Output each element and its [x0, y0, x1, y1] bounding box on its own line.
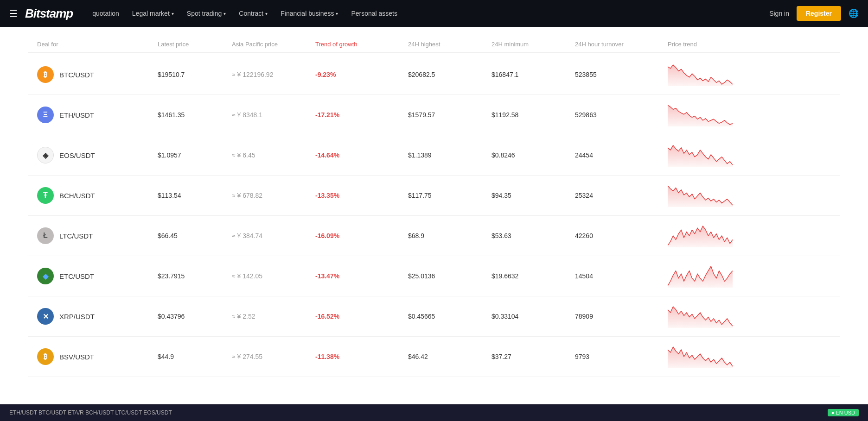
price-trend-chart [668, 264, 831, 288]
turnover: 14504 [575, 272, 668, 280]
price-trend-chart [668, 305, 831, 328]
table-row[interactable]: ✕ XRP/USDT $0.43796 ≈ ¥ 2.52 -16.52% $0.… [28, 296, 840, 337]
logo: Bitstamp [25, 6, 73, 21]
coin-cell: Ŧ BCH/USDT [37, 187, 158, 204]
coin-cell: Ł LTC/USDT [37, 227, 158, 244]
trend-value: -13.47% [315, 272, 408, 280]
24h-high: $117.75 [408, 192, 491, 199]
trend-value: -9.23% [315, 71, 408, 78]
signin-button[interactable]: Sign in [769, 10, 789, 17]
24h-high: $1579.57 [408, 111, 491, 119]
col-24h-high: 24H highest [408, 41, 491, 48]
24h-low: $16847.1 [491, 71, 575, 78]
table-row[interactable]: ◆ ETC/USDT $23.7915 ≈ ¥ 142.05 -13.47% $… [28, 256, 840, 296]
coin-name: EOS/USDT [59, 151, 95, 159]
coin-cell: ✕ XRP/USDT [37, 308, 158, 325]
coin-name: BCH/USDT [59, 192, 95, 200]
asia-price: ≈ ¥ 274.55 [232, 353, 315, 360]
market-table: Deal for Latest price Asia Pacific price… [28, 36, 840, 377]
col-turnover: 24H hour turnover [575, 41, 668, 48]
table-body: ₿ BTC/USDT $19510.7 ≈ ¥ 122196.92 -9.23%… [28, 55, 840, 377]
coin-name: ETH/USDT [59, 111, 94, 119]
asia-price: ≈ ¥ 8348.1 [232, 111, 315, 119]
header-actions: Sign in Register 🌐 [769, 6, 859, 21]
col-price-trend: Price trend [668, 41, 831, 48]
chevron-down-icon: ▾ [265, 11, 268, 16]
trend-value: -11.38% [315, 353, 408, 360]
latest-price: $0.43796 [158, 313, 232, 320]
coin-icon-ltc: Ł [37, 227, 54, 244]
latest-price: $1461.35 [158, 111, 232, 119]
asia-price: ≈ ¥ 142.05 [232, 272, 315, 280]
coin-cell: ◆ ETC/USDT [37, 268, 158, 284]
table-row[interactable]: Ŧ BCH/USDT $113.54 ≈ ¥ 678.82 -13.35% $1… [28, 176, 840, 216]
24h-low: $37.27 [491, 353, 575, 360]
24h-high: $46.42 [408, 353, 491, 360]
24h-high: $1.1389 [408, 151, 491, 159]
coin-icon-btc: ₿ [37, 66, 54, 83]
coin-icon-xrp: ✕ [37, 308, 54, 325]
menu-icon[interactable]: ☰ [9, 8, 18, 19]
main-nav: quotation Legal market ▾ Spot trading ▾ … [87, 6, 769, 21]
coin-cell: ₿ BSV/USDT [37, 348, 158, 365]
coin-cell: ₿ BTC/USDT [37, 66, 158, 83]
coin-icon-eos: ◈ [37, 147, 54, 163]
24h-high: $0.45665 [408, 313, 491, 320]
register-button[interactable]: Register [797, 6, 841, 21]
table-row[interactable]: ◈ EOS/USDT $1.0957 ≈ ¥ 6.45 -14.64% $1.1… [28, 135, 840, 176]
price-trend-chart [668, 184, 831, 207]
coin-icon-bch: Ŧ [37, 187, 54, 204]
table-row[interactable]: ₿ BSV/USDT $44.9 ≈ ¥ 274.55 -11.38% $46.… [28, 337, 840, 377]
trend-value: -16.52% [315, 313, 408, 320]
table-header: Deal for Latest price Asia Pacific price… [28, 36, 840, 53]
24h-low: $1192.58 [491, 111, 575, 119]
turnover: 523855 [575, 71, 668, 78]
coin-icon-bsv: ₿ [37, 348, 54, 365]
price-trend-chart [668, 345, 831, 368]
table-row[interactable]: Ł LTC/USDT $66.45 ≈ ¥ 384.74 -16.09% $68… [28, 216, 840, 256]
col-trend: Trend of growth [315, 41, 408, 48]
price-trend-chart [668, 144, 831, 167]
chevron-down-icon: ▾ [223, 11, 226, 16]
price-trend-chart [668, 224, 831, 247]
trend-value: -17.21% [315, 111, 408, 119]
coin-name: BTC/USDT [59, 71, 94, 79]
chevron-down-icon: ▾ [336, 11, 338, 16]
globe-icon[interactable]: 🌐 [849, 8, 859, 19]
nav-personal-assets[interactable]: Personal assets [345, 6, 403, 21]
24h-low: $0.33104 [491, 313, 575, 320]
latest-price: $66.45 [158, 232, 232, 239]
col-asia-price: Asia Pacific price [232, 41, 315, 48]
table-row[interactable]: Ξ ETH/USDT $1461.35 ≈ ¥ 8348.1 -17.21% $… [28, 95, 840, 135]
nav-contract[interactable]: Contract ▾ [233, 6, 273, 21]
turnover: 9793 [575, 353, 668, 360]
latest-price: $44.9 [158, 353, 232, 360]
24h-low: $0.8246 [491, 151, 575, 159]
asia-price: ≈ ¥ 122196.92 [232, 71, 315, 78]
coin-name: BSV/USDT [59, 353, 94, 361]
trend-value: -13.35% [315, 192, 408, 199]
turnover: 78909 [575, 313, 668, 320]
24h-high: $25.0136 [408, 272, 491, 280]
nav-spot-trading[interactable]: Spot trading ▾ [181, 6, 232, 21]
coin-name: XRP/USDT [59, 313, 95, 320]
turnover: 529863 [575, 111, 668, 119]
chevron-down-icon: ▾ [172, 11, 174, 16]
turnover: 24454 [575, 151, 668, 159]
table-row[interactable]: ₿ BTC/USDT $19510.7 ≈ ¥ 122196.92 -9.23%… [28, 55, 840, 95]
24h-low: $94.35 [491, 192, 575, 199]
price-trend-chart [668, 63, 831, 86]
turnover: 25324 [575, 192, 668, 199]
nav-legal-market[interactable]: Legal market ▾ [127, 6, 179, 21]
col-24h-low: 24H minimum [491, 41, 575, 48]
nav-financial-business[interactable]: Financial business ▾ [275, 6, 344, 21]
24h-low: $19.6632 [491, 272, 575, 280]
coin-icon-etc: ◆ [37, 268, 54, 284]
header: ☰ Bitstamp quotation Legal market ▾ Spot… [0, 0, 868, 27]
price-trend-chart [668, 103, 831, 126]
nav-quotation[interactable]: quotation [87, 6, 125, 21]
coin-icon-eth: Ξ [37, 107, 54, 123]
latest-price: $113.54 [158, 192, 232, 199]
asia-price: ≈ ¥ 2.52 [232, 313, 315, 320]
24h-high: $68.9 [408, 232, 491, 239]
